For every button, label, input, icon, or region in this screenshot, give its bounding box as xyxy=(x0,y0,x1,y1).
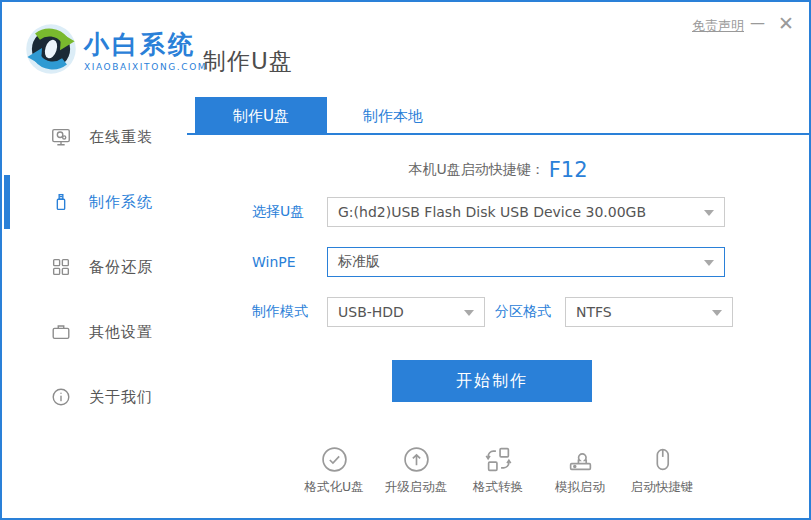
brand-block: 小白系统 XIAOBAIXITONG.COM xyxy=(84,30,207,72)
stamp-icon xyxy=(567,446,594,473)
usb-select-dropdown[interactable]: G:(hd2)USB Flash Disk USB Device 30.00GB xyxy=(327,197,725,227)
tool-format-convert[interactable]: 格式转换 xyxy=(457,446,539,496)
info-icon xyxy=(50,386,72,408)
mouse-icon xyxy=(649,446,676,473)
usb-select-label: 选择U盘 xyxy=(252,203,327,221)
sidebar-item-backup-restore[interactable]: 备份还原 xyxy=(2,245,187,289)
tab-make-usb[interactable]: 制作U盘 xyxy=(195,97,327,135)
sidebar-item-label: 制作系统 xyxy=(89,193,153,212)
chevron-down-icon xyxy=(464,310,474,316)
grid-icon xyxy=(50,256,72,278)
minimize-button[interactable]: — xyxy=(750,12,765,34)
briefcase-icon xyxy=(50,321,72,343)
upgrade-arrow-icon xyxy=(403,446,430,473)
tool-label: 启动快捷键 xyxy=(631,479,694,496)
sidebar-item-online-reinstall[interactable]: 在线重装 xyxy=(2,115,187,159)
boot-hotkey-line: 本机U盘启动快捷键： F12 xyxy=(187,155,809,185)
tool-label: 格式转换 xyxy=(473,479,523,496)
make-usb-form: 选择U盘 G:(hd2)USB Flash Disk USB Device 30… xyxy=(252,197,809,327)
app-window: 小白系统 XIAOBAIXITONG.COM 制作U盘 免责声明 — ✕ 在线重… xyxy=(0,0,811,520)
boot-hotkey-value: F12 xyxy=(549,158,588,182)
sidebar-item-label: 在线重装 xyxy=(89,128,153,147)
tab-bar: 制作U盘 制作本地 xyxy=(187,97,809,135)
boot-hotkey-label: 本机U盘启动快捷键： xyxy=(408,161,544,179)
mode-select-label: 制作模式 xyxy=(252,303,327,321)
usb-select-row: 选择U盘 G:(hd2)USB Flash Disk USB Device 30… xyxy=(252,197,809,227)
chevron-down-icon xyxy=(712,310,722,316)
winpe-select-value: 标准版 xyxy=(338,253,380,271)
usb-drive-icon xyxy=(50,191,72,213)
tool-simulate-boot[interactable]: 模拟启动 xyxy=(539,446,621,496)
tool-boot-hotkey[interactable]: 启动快捷键 xyxy=(621,446,703,496)
disclaimer-link[interactable]: 免责声明 xyxy=(692,17,744,35)
sidebar-item-about-us[interactable]: 关于我们 xyxy=(2,375,187,419)
tool-format-usb[interactable]: 格式化U盘 xyxy=(293,446,375,496)
page-title: 制作U盘 xyxy=(203,46,293,77)
sidebar-item-label: 备份还原 xyxy=(89,258,153,277)
winpe-select-row: WinPE 标准版 xyxy=(252,247,809,277)
brand-name: 小白系统 xyxy=(84,30,207,60)
winpe-select-dropdown[interactable]: 标准版 xyxy=(327,247,725,277)
sidebar-item-label: 关于我们 xyxy=(89,388,153,407)
brand-domain: XIAOBAIXITONG.COM xyxy=(84,62,207,72)
chevron-down-icon xyxy=(704,260,714,266)
app-logo-icon xyxy=(24,22,78,76)
sidebar-item-make-system[interactable]: 制作系统 xyxy=(2,180,187,224)
tool-label: 升级启动盘 xyxy=(385,479,448,496)
mode-select-value: USB-HDD xyxy=(338,304,404,320)
partition-select-label: 分区格式 xyxy=(495,303,555,321)
usb-select-value: G:(hd2)USB Flash Disk USB Device 30.00GB xyxy=(338,204,646,220)
sidebar-item-other-settings[interactable]: 其他设置 xyxy=(2,310,187,354)
tab-make-local[interactable]: 制作本地 xyxy=(327,97,459,135)
close-button[interactable]: ✕ xyxy=(778,12,794,34)
check-circle-icon xyxy=(321,446,348,473)
start-make-button[interactable]: 开始制作 xyxy=(392,360,592,402)
sidebar-item-label: 其他设置 xyxy=(89,323,153,342)
mode-select-dropdown[interactable]: USB-HDD xyxy=(327,297,485,327)
winpe-select-label: WinPE xyxy=(252,254,327,270)
partition-select-dropdown[interactable]: NTFS xyxy=(565,297,733,327)
partition-select-value: NTFS xyxy=(576,304,612,320)
tool-upgrade-boot-disk[interactable]: 升级启动盘 xyxy=(375,446,457,496)
main-panel: 制作U盘 制作本地 本机U盘启动快捷键： F12 选择U盘 G:(hd2)USB… xyxy=(187,97,809,496)
active-indicator xyxy=(4,175,10,229)
footer-toolbar: 格式化U盘 升级启动盘 xyxy=(187,446,809,496)
chevron-down-icon xyxy=(704,210,714,216)
mode-partition-row: 制作模式 USB-HDD 分区格式 NTFS xyxy=(252,297,809,327)
monitor-reload-icon xyxy=(50,126,72,148)
sidebar: 在线重装 制作系统 备份还原 xyxy=(2,97,187,419)
convert-icon xyxy=(485,446,512,473)
tool-label: 格式化U盘 xyxy=(304,479,363,496)
tool-label: 模拟启动 xyxy=(555,479,605,496)
